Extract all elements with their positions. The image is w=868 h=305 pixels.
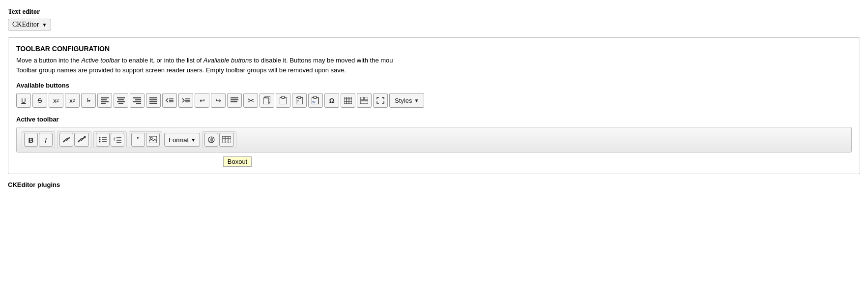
svg-rect-42 [360, 101, 368, 104]
desc-text-1: Move a button into the [16, 57, 81, 64]
superscript-button[interactable]: x2 [49, 93, 63, 108]
justify-button[interactable] [146, 93, 161, 108]
align-left-button[interactable] [97, 93, 112, 108]
toolbar-group-list: 1.2. [93, 131, 127, 148]
svg-text:2.: 2. [114, 139, 116, 142]
active-toolbar: B I 1.2. " [16, 127, 852, 152]
editor-select-value: CKEditor [12, 21, 39, 29]
remove-link-button[interactable] [227, 93, 242, 108]
tooltip-boxout: Boxout [223, 156, 252, 167]
blockquote-button[interactable]: " [131, 133, 145, 147]
toolbar-group-bold-italic: B I [22, 131, 55, 148]
tooltip-text: Boxout [228, 158, 247, 165]
paste-text-button[interactable]: T [292, 93, 307, 108]
svg-point-45 [99, 137, 101, 139]
editor-select[interactable]: CKEditor ▼ [8, 19, 51, 30]
paste-word-button[interactable]: W [308, 93, 323, 108]
svg-rect-40 [360, 97, 364, 100]
svg-text:T: T [297, 100, 299, 103]
desc-text-3: to disable it. Buttons may be moved with… [252, 57, 393, 64]
toolbar-group-quote-image: " [129, 131, 162, 148]
subscript-button[interactable]: x2 [65, 93, 80, 108]
styles-arrow-icon: ▼ [414, 98, 419, 103]
desc-italic-1: Active toolbar [81, 57, 120, 64]
redo-button[interactable]: ↪ [211, 93, 226, 108]
show-table-button[interactable] [219, 133, 234, 147]
align-center-button[interactable] [114, 93, 128, 108]
svg-rect-33 [314, 96, 317, 98]
styles-label: Styles [395, 97, 412, 104]
config-panel: TOOLBAR CONFIGURATION Move a button into… [8, 37, 860, 174]
available-buttons-row: U S x2 x2 Ix ↩ [16, 93, 852, 108]
bottom-label: CKEditor plugins [8, 181, 860, 188]
format-label: Format [169, 136, 189, 144]
svg-rect-35 [344, 97, 352, 104]
maximize-button[interactable] [373, 93, 388, 108]
svg-point-46 [99, 139, 101, 141]
undo-button[interactable]: ↩ [195, 93, 209, 108]
source-button[interactable] [204, 133, 218, 147]
chevron-down-icon: ▼ [42, 22, 47, 28]
desc-text-2: to enable it, or into the list of [120, 57, 203, 64]
link-button[interactable] [59, 133, 73, 147]
bullet-list-button[interactable] [96, 133, 110, 147]
toolbar-group-extra [202, 131, 236, 148]
unlink-button[interactable] [74, 133, 89, 147]
show-blocks-button[interactable] [357, 93, 372, 108]
indent-less-button[interactable] [162, 93, 177, 108]
numbered-list-button[interactable]: 1.2. [111, 133, 124, 147]
desc-line2: Toolbar group names are provided to supp… [16, 66, 346, 74]
config-title: TOOLBAR CONFIGURATION [16, 45, 852, 53]
italic-button[interactable]: I [39, 133, 53, 147]
align-right-button[interactable] [130, 93, 145, 108]
paste-button[interactable] [276, 93, 290, 108]
table-button[interactable] [341, 93, 355, 108]
copy-button[interactable] [260, 93, 274, 108]
text-editor-label: Text editor [8, 8, 860, 16]
config-description: Move a button into the Active toolbar to… [16, 56, 852, 75]
svg-rect-30 [298, 96, 301, 98]
remove-format-button[interactable]: Ix [81, 93, 96, 108]
styles-dropdown-button[interactable]: Styles ▼ [389, 93, 424, 108]
special-char-button[interactable]: Ω [324, 93, 339, 108]
bold-button[interactable]: B [24, 133, 38, 147]
available-buttons-label: Available buttons [16, 82, 852, 89]
svg-rect-26 [263, 98, 269, 104]
active-toolbar-label: Active toolbar [16, 116, 852, 123]
format-dropdown-button[interactable]: Format ▼ [164, 133, 200, 147]
svg-text:W: W [312, 100, 316, 104]
strikethrough-button[interactable]: S [32, 93, 47, 108]
svg-point-47 [99, 141, 101, 143]
cut-button[interactable]: ✂ [243, 93, 258, 108]
indent-more-button[interactable] [178, 93, 193, 108]
svg-rect-28 [282, 96, 285, 98]
toolbar-group-link [57, 131, 91, 148]
image-button[interactable] [146, 133, 160, 147]
svg-rect-60 [222, 136, 231, 143]
text-editor-section: Text editor CKEditor ▼ [8, 8, 860, 37]
format-arrow-icon: ▼ [191, 137, 196, 143]
svg-rect-41 [365, 97, 368, 100]
underline-button[interactable]: U [16, 93, 31, 108]
desc-italic-2: Available buttons [203, 57, 252, 64]
